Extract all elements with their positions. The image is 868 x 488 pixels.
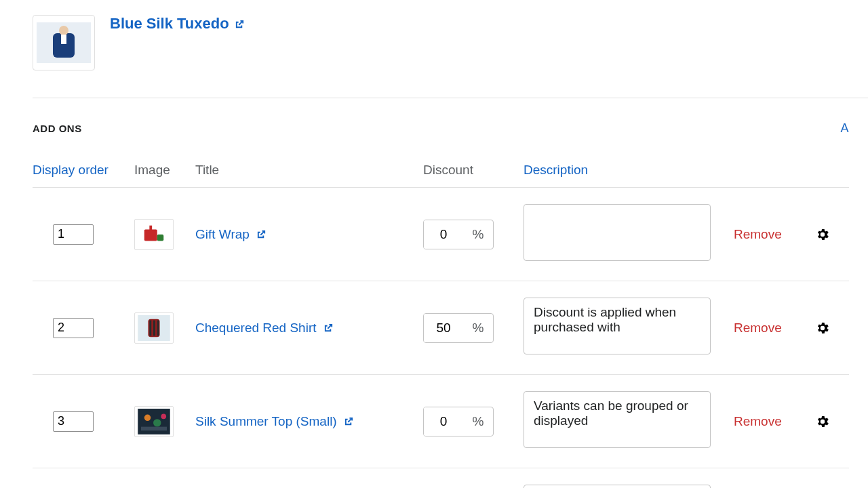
addons-table: Display order Image Title Discount Descr… <box>33 155 849 488</box>
percent-label: % <box>463 321 493 336</box>
header-discount: Discount <box>423 155 524 188</box>
header-display-order[interactable]: Display order <box>33 155 134 188</box>
display-order-input[interactable] <box>53 318 94 338</box>
discount-field[interactable]: % <box>423 407 494 436</box>
description-textarea[interactable] <box>524 298 711 354</box>
svg-rect-12 <box>157 320 159 336</box>
display-order-input[interactable] <box>53 224 94 245</box>
svg-point-15 <box>153 419 161 426</box>
table-row: Chequered Red Shirt % Remove <box>33 281 849 375</box>
header-description[interactable]: Description <box>524 155 734 188</box>
svg-rect-6 <box>149 225 152 230</box>
external-link-icon <box>256 229 267 239</box>
remove-link[interactable]: Remove <box>734 414 782 428</box>
svg-point-14 <box>144 414 151 421</box>
gear-icon[interactable] <box>815 321 849 336</box>
table-row: Silk Summer Top (Medium) % Remove <box>33 468 849 489</box>
svg-rect-3 <box>61 35 66 44</box>
svg-rect-17 <box>141 426 167 430</box>
svg-rect-10 <box>149 320 151 336</box>
svg-rect-5 <box>144 229 157 241</box>
header-title: Title <box>195 155 423 188</box>
row-thumbnail <box>134 312 174 344</box>
gear-icon[interactable] <box>815 414 849 429</box>
product-title-link[interactable]: Blue Silk Tuxedo <box>110 15 245 33</box>
remove-link[interactable]: Remove <box>734 227 782 241</box>
display-order-input[interactable] <box>53 411 94 432</box>
addon-title-link[interactable]: Chequered Red Shirt <box>195 321 334 336</box>
description-textarea[interactable] <box>524 391 711 448</box>
description-textarea[interactable] <box>524 204 711 261</box>
table-row: Gift Wrap % Remove <box>33 188 849 281</box>
svg-point-2 <box>59 26 68 35</box>
addon-title-text: Chequered Red Shirt <box>195 321 317 336</box>
discount-field[interactable]: % <box>423 220 494 249</box>
addon-title-text: Silk Summer Top (Small) <box>195 414 337 429</box>
addon-title-text: Gift Wrap <box>195 227 250 242</box>
product-header: Blue Silk Tuxedo <box>33 15 849 70</box>
description-textarea[interactable] <box>524 485 711 488</box>
external-link-icon <box>344 416 354 426</box>
product-thumbnail <box>33 15 95 70</box>
header-image: Image <box>134 155 195 188</box>
gear-icon[interactable] <box>815 227 849 242</box>
header-action[interactable]: A <box>840 121 849 136</box>
addon-title-link[interactable]: Silk Summer Top (Small) <box>195 414 354 429</box>
row-thumbnail <box>134 406 174 437</box>
addon-title-link[interactable]: Gift Wrap <box>195 227 267 242</box>
external-link-icon <box>323 323 334 333</box>
discount-field[interactable]: % <box>423 313 494 343</box>
svg-point-16 <box>161 413 166 419</box>
svg-rect-7 <box>157 235 164 241</box>
section-heading: ADD ONS A <box>33 121 849 136</box>
discount-input[interactable] <box>424 407 463 436</box>
external-link-icon <box>235 19 245 29</box>
percent-label: % <box>463 414 493 429</box>
table-row: Silk Summer Top (Small) % Remove <box>33 375 849 468</box>
discount-input[interactable] <box>424 314 463 342</box>
remove-link[interactable]: Remove <box>734 321 782 335</box>
discount-input[interactable] <box>424 220 463 249</box>
row-thumbnail <box>134 219 174 250</box>
product-title-text: Blue Silk Tuxedo <box>110 15 229 33</box>
svg-rect-11 <box>153 320 155 336</box>
addons-heading: ADD ONS <box>33 123 82 134</box>
percent-label: % <box>463 227 493 242</box>
